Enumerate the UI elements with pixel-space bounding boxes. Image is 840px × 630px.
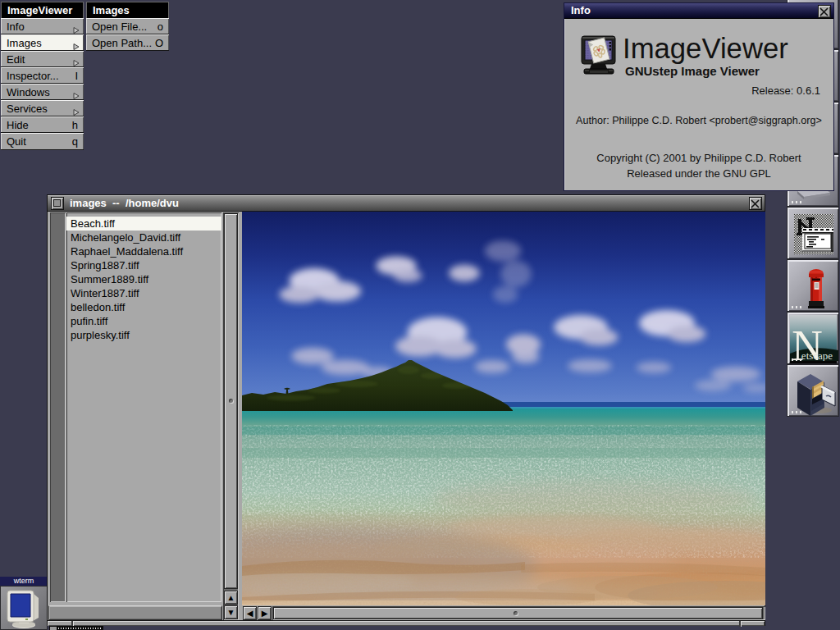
svg-text:etscape: etscape [801, 349, 833, 362]
